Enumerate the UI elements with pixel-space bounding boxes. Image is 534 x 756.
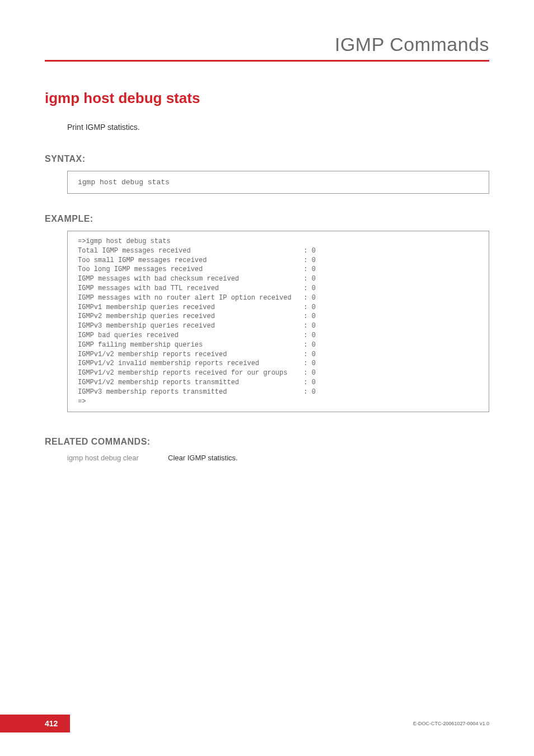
command-heading: igmp host debug stats xyxy=(45,90,489,107)
example-label: EXAMPLE: xyxy=(45,214,489,224)
related-commands-label: RELATED COMMANDS: xyxy=(45,437,489,447)
related-command-name: igmp host debug clear xyxy=(67,454,168,462)
syntax-box: igmp host debug stats xyxy=(67,171,489,194)
related-command-desc: Clear IGMP statistics. xyxy=(168,454,238,462)
header-title: IGMP Commands xyxy=(45,34,489,55)
page-number: 412 xyxy=(0,715,70,732)
document-id: E-DOC-CTC-20061027-0004 v1.0 xyxy=(413,721,489,726)
page-footer: 412 E-DOC-CTC-20061027-0004 v1.0 xyxy=(0,715,534,732)
page-container: IGMP Commands igmp host debug stats Prin… xyxy=(0,0,534,462)
page-header: IGMP Commands xyxy=(45,34,489,62)
example-box: =>igmp host debug stats Total IGMP messa… xyxy=(67,231,489,412)
syntax-label: SYNTAX: xyxy=(45,154,489,164)
command-description: Print IGMP statistics. xyxy=(67,123,489,132)
related-row: igmp host debug clear Clear IGMP statist… xyxy=(67,454,489,462)
